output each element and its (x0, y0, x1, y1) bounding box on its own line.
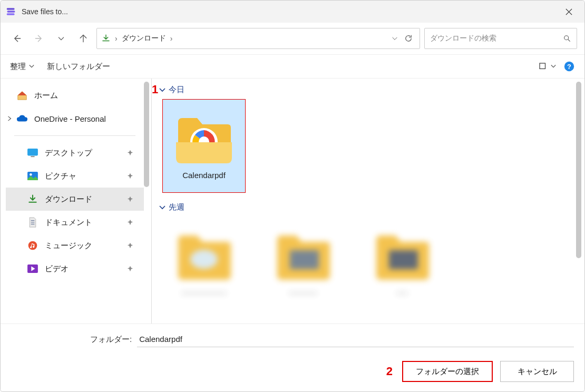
home-icon (16, 90, 28, 101)
folder-calendarpdf[interactable]: Calendarpdf (162, 99, 246, 193)
folder-field-label: フォルダー: (90, 335, 132, 345)
refresh-button[interactable] (404, 34, 413, 43)
pin-icon (127, 173, 133, 179)
breadcrumb[interactable]: › ダウンロード › (96, 28, 420, 49)
sidebar: ホーム OneDrive - Personal デスクトップ (1, 79, 144, 324)
organize-menu[interactable]: 整理 (10, 62, 34, 72)
svg-point-10 (30, 173, 32, 176)
pin-icon (127, 150, 133, 156)
sidebar-item-home[interactable]: ホーム (6, 84, 144, 107)
chevron-down-icon (159, 205, 165, 210)
breadcrumb-current[interactable]: ダウンロード (122, 34, 166, 43)
folder-name-input[interactable]: Calendarpdf (137, 331, 574, 347)
file-list: 1 今日 (152, 79, 584, 324)
svg-rect-4 (540, 63, 545, 69)
folder-icon (175, 113, 233, 165)
svg-text:?: ? (567, 63, 571, 71)
window-title: Save files to... (22, 7, 558, 16)
breadcrumb-separator: › (168, 34, 175, 43)
forward-button[interactable] (30, 30, 48, 47)
app-icon (6, 6, 16, 17)
folder-blurred[interactable]: ───── (261, 217, 345, 310)
sidebar-item-music[interactable]: ミュージック (6, 234, 144, 257)
downloads-icon (27, 193, 38, 205)
svg-point-15 (190, 250, 218, 269)
view-options-button[interactable] (538, 62, 556, 71)
sidebar-scrollbar[interactable] (144, 82, 149, 187)
annotation-1: 1 (152, 83, 158, 96)
pin-icon (127, 219, 133, 226)
sidebar-item-downloads[interactable]: ダウンロード (6, 188, 144, 211)
pin-icon (127, 242, 133, 249)
up-button[interactable] (74, 30, 92, 47)
sidebar-item-documents[interactable]: ドキュメント (6, 211, 144, 234)
folder-blurred[interactable]: ──────── (162, 217, 246, 310)
select-folder-button[interactable]: フォルダーの選択 (402, 361, 493, 382)
folder-blurred[interactable]: ── (360, 217, 444, 310)
svg-point-11 (28, 241, 37, 250)
cloud-icon (16, 113, 28, 124)
cancel-button[interactable]: キャンセル (500, 361, 574, 382)
pin-icon (127, 266, 133, 272)
videos-icon (27, 263, 38, 275)
svg-rect-16 (290, 250, 319, 269)
svg-rect-2 (7, 13, 15, 15)
svg-rect-1 (7, 11, 15, 12)
svg-rect-7 (27, 149, 38, 156)
svg-rect-17 (389, 250, 418, 269)
svg-rect-8 (31, 156, 34, 157)
content-scrollbar[interactable] (576, 82, 581, 320)
music-icon (27, 240, 38, 251)
desktop-icon (27, 147, 38, 159)
group-today[interactable]: 今日 (159, 85, 572, 95)
pictures-icon (27, 170, 38, 182)
search-placeholder: ダウンロードの検索 (430, 34, 563, 43)
documents-icon (27, 217, 38, 228)
close-button[interactable] (558, 1, 579, 22)
sidebar-item-desktop[interactable]: デスクトップ (6, 141, 144, 164)
back-button[interactable] (8, 30, 26, 47)
folder-label: Calendarpdf (182, 171, 226, 180)
sidebar-item-onedrive[interactable]: OneDrive - Personal (6, 107, 144, 130)
help-button[interactable]: ? (563, 61, 575, 72)
search-icon (563, 34, 571, 43)
recent-dropdown[interactable] (52, 30, 70, 47)
new-folder-button[interactable]: 新しいフォルダー (47, 62, 110, 72)
search-input[interactable]: ダウンロードの検索 (424, 28, 577, 49)
chevron-down-icon (159, 88, 165, 92)
breadcrumb-dropdown-icon[interactable] (391, 35, 398, 42)
breadcrumb-separator: › (113, 34, 120, 43)
downloads-location-icon (101, 34, 111, 43)
svg-point-3 (564, 36, 569, 40)
svg-rect-0 (7, 8, 15, 9)
sidebar-item-videos[interactable]: ビデオ (6, 257, 144, 280)
annotation-2: 2 (386, 365, 393, 378)
sidebar-item-pictures[interactable]: ピクチャ (6, 164, 144, 188)
pin-icon (127, 196, 133, 202)
chevron-right-icon[interactable] (7, 116, 12, 121)
group-last-week[interactable]: 先週 (159, 202, 572, 212)
